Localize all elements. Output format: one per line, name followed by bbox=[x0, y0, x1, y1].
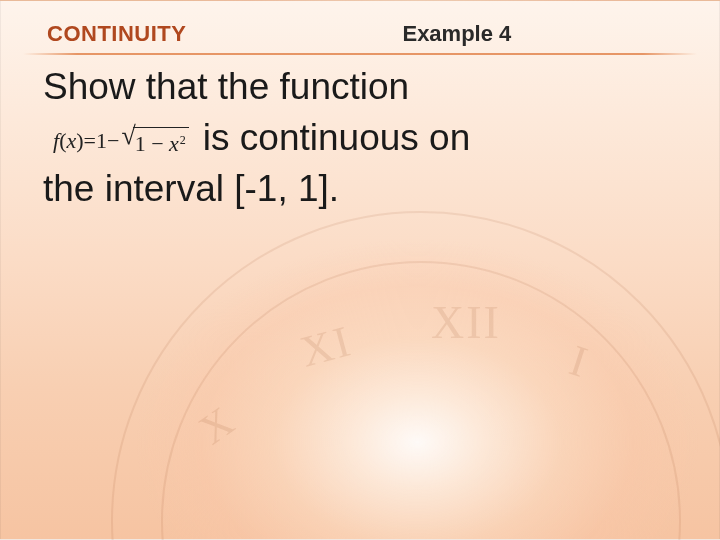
clock-arc-outer bbox=[111, 211, 720, 540]
formula-radicand: 1 − x2 bbox=[133, 127, 189, 155]
formula-var: x bbox=[66, 126, 76, 155]
header-rule bbox=[23, 53, 697, 55]
formula-one-b: 1 bbox=[135, 131, 146, 156]
body-line-2-tail: is continuous on bbox=[203, 114, 470, 163]
clock-numeral: X bbox=[190, 396, 244, 454]
clock-numeral: XII bbox=[431, 296, 501, 349]
formula-equals: = bbox=[84, 126, 96, 155]
body-line-2: f ( x ) = 1 − √ 1 − x2 is continuous on bbox=[43, 114, 679, 163]
slide: X XI XII I CONTINUITY Example 4 Show tha… bbox=[0, 0, 720, 540]
formula-minus-b: − bbox=[151, 131, 169, 156]
clock-numeral: XI bbox=[295, 315, 357, 377]
example-label: Example 4 bbox=[402, 21, 511, 47]
body-line-1: Show that the function bbox=[43, 63, 679, 112]
slide-body: Show that the function f ( x ) = 1 − √ 1… bbox=[43, 63, 679, 213]
formula-close-paren: ) bbox=[76, 126, 83, 155]
formula: f ( x ) = 1 − √ 1 − x2 bbox=[43, 126, 189, 155]
formula-var-b: x bbox=[169, 131, 179, 156]
formula-minus-a: − bbox=[107, 126, 119, 155]
clock-numeral: I bbox=[564, 335, 596, 389]
formula-exponent: 2 bbox=[180, 133, 186, 147]
slide-header: CONTINUITY Example 4 bbox=[1, 21, 719, 47]
body-line-3: the interval [-1, 1]. bbox=[43, 165, 679, 214]
formula-one-a: 1 bbox=[96, 126, 107, 155]
topic-label: CONTINUITY bbox=[47, 21, 186, 47]
formula-sqrt: √ 1 − x2 bbox=[121, 126, 188, 154]
clock-arc-inner bbox=[161, 261, 681, 540]
